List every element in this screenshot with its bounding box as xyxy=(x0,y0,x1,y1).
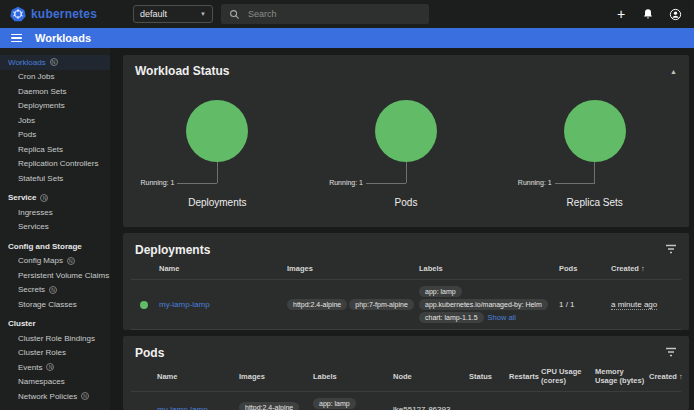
workload-status-card: Workload Status ▲ Running: 1DeploymentsR… xyxy=(123,55,689,227)
deployments-table: NameImagesLabelsPodsCreated↑ my-lamp-lam… xyxy=(123,261,689,330)
sidebar-item-pods[interactable]: Pods xyxy=(0,128,110,143)
column-header-restarts[interactable]: Restarts xyxy=(509,372,539,381)
page-title: Workloads xyxy=(35,32,91,44)
bell-icon xyxy=(642,8,654,20)
created-value: a minute ago xyxy=(611,300,657,310)
column-header-labels[interactable]: Labels xyxy=(419,264,557,273)
column-header-name[interactable]: Name xyxy=(157,372,237,381)
search-input[interactable] xyxy=(248,9,398,19)
callout-line xyxy=(217,162,218,183)
chart-name: Deployments xyxy=(123,197,312,208)
namespaced-indicator-icon: N xyxy=(46,363,54,371)
workload-status-charts: Running: 1DeploymentsRunning: 1PodsRunni… xyxy=(123,84,689,208)
pie-chart-pods xyxy=(375,100,437,162)
deployments-table-header: NameImagesLabelsPodsCreated↑ xyxy=(131,261,681,280)
sidebar-item-label: Pods xyxy=(18,130,36,139)
pods-table: NameImagesLabelsNodeStatusRestartsCPU Us… xyxy=(123,364,689,410)
pods-table-header: NameImagesLabelsNodeStatusRestartsCPU Us… xyxy=(131,364,681,392)
callout: Running: 1 xyxy=(312,183,501,184)
sidebar-item-cron-jobs[interactable]: Cron Jobs xyxy=(0,70,110,85)
column-header-created[interactable]: Created↑ xyxy=(649,372,683,381)
sidebar-item-label: Deployments xyxy=(18,101,65,110)
sidebar-item-label: Stateful Sets xyxy=(18,174,63,183)
user-account-button[interactable] xyxy=(666,5,684,23)
column-header-memory-usage-bytes[interactable]: Memory Usage (bytes) xyxy=(595,367,647,385)
main-content: Workload Status ▲ Running: 1DeploymentsR… xyxy=(110,48,694,410)
callout-line xyxy=(406,162,407,183)
sidebar-item-namespaces[interactable]: Namespaces xyxy=(0,375,110,390)
chart-name: Replica Sets xyxy=(500,197,689,208)
column-header-images[interactable]: Images xyxy=(239,372,311,381)
column-header-labels[interactable]: Labels xyxy=(313,372,391,381)
sidebar-item-label: Namespaces xyxy=(18,377,65,386)
column-header-images[interactable]: Images xyxy=(287,264,417,273)
sidebar-item-cluster-role-bindings[interactable]: Cluster Role Bindings xyxy=(0,331,110,346)
labels-chip: app: lamp xyxy=(419,286,462,297)
sort-up-icon: ↑ xyxy=(641,264,645,273)
create-resource-button[interactable]: + xyxy=(612,5,630,23)
pod-name-link[interactable]: my-lamp-lamp-5fd985cf68-jwvz4 xyxy=(157,405,237,410)
column-header-created[interactable]: Created↑ xyxy=(611,264,681,273)
namespace-selector[interactable]: default ▼ xyxy=(133,5,213,23)
sidebar-item-network-policies[interactable]: Network PoliciesN xyxy=(0,389,110,404)
sidebar-item-services[interactable]: Services xyxy=(0,220,110,235)
labels-chip: app: lamp xyxy=(313,398,356,409)
sidebar-item-replica-sets[interactable]: Replica Sets xyxy=(0,142,110,157)
sidebar-item-label: Cron Jobs xyxy=(18,72,54,81)
column-header-node[interactable]: Node xyxy=(393,372,467,381)
sidebar-item-events[interactable]: EventsN xyxy=(0,360,110,375)
namespaced-indicator-icon: N xyxy=(49,286,57,294)
top-bar: kubernetes default ▼ + xyxy=(0,0,694,28)
sidebar-item-persistent-volume-claims[interactable]: Persistent Volume ClaimsN xyxy=(0,268,110,283)
sidebar-item-stateful-sets[interactable]: Stateful Sets xyxy=(0,171,110,186)
sidebar-item-storage-classes[interactable]: Storage Classes xyxy=(0,297,110,312)
callout: Running: 1 xyxy=(123,183,312,184)
chevron-down-icon: ▼ xyxy=(200,11,206,17)
sidebar-item-label: Service xyxy=(8,193,36,202)
deployment-name-link[interactable]: my-lamp-lamp xyxy=(159,300,285,309)
column-header-cpu-usage-cores[interactable]: CPU Usage (cores) xyxy=(541,367,593,385)
column-header-pods[interactable]: Pods xyxy=(559,264,609,273)
user-account-icon xyxy=(669,8,682,21)
pie-slice-label: Running: 1 xyxy=(518,179,552,186)
filter-icon[interactable] xyxy=(665,345,677,360)
sidebar-item-ingresses[interactable]: Ingresses xyxy=(0,205,110,220)
search-icon xyxy=(229,9,240,20)
pie-chart-replica-sets xyxy=(564,100,626,162)
notifications-button[interactable] xyxy=(639,5,657,23)
sidebar-item-label: Cluster Role Bindings xyxy=(18,334,95,343)
images-chip: php:7-fpm-alpine xyxy=(349,299,414,310)
column-header-status[interactable]: Status xyxy=(469,372,507,381)
kubernetes-logo-home-link[interactable]: kubernetes xyxy=(10,6,97,22)
sidebar-item-daemon-sets[interactable]: Daemon Sets xyxy=(0,84,110,99)
sidebar-item-label: Events xyxy=(18,363,42,372)
sidebar-item-cluster-roles[interactable]: Cluster Roles xyxy=(0,346,110,361)
labels-chip: app.kubernetes.io/managed-by: Helm xyxy=(419,299,548,310)
node-name: lke55127-86393-622f8d09399a xyxy=(393,405,467,410)
images: httpd:2.4-alpinephp:7-fpm-alpine xyxy=(287,298,417,311)
callout-line xyxy=(555,183,595,184)
sidebar-item-jobs[interactable]: Jobs xyxy=(0,113,110,128)
column-header-name[interactable]: Name xyxy=(159,264,285,273)
sidebar-item-label: Storage Classes xyxy=(18,300,77,309)
sidebar-item-replication-controllers[interactable]: Replication Controllers xyxy=(0,157,110,172)
filter-icon[interactable] xyxy=(665,242,677,257)
sidebar-item-config-maps[interactable]: Config MapsN xyxy=(0,254,110,269)
deployments-table-body: my-lamp-lamphttpd:2.4-alpinephp:7-fpm-al… xyxy=(131,280,681,330)
callout: Running: 1 xyxy=(500,183,689,184)
sidebar-header-service: ServiceN xyxy=(0,191,110,206)
sidebar-item-secrets[interactable]: SecretsN xyxy=(0,283,110,298)
kubernetes-logo-icon xyxy=(10,6,26,22)
images-chip: httpd:2.4-alpine xyxy=(239,402,299,410)
menu-hamburger-icon[interactable] xyxy=(11,34,22,43)
topbar-actions: + xyxy=(612,5,684,23)
collapse-card-button[interactable]: ▲ xyxy=(670,68,677,75)
labels-chip: chart: lamp-1.1.5 xyxy=(419,312,484,323)
show-all-link[interactable]: Show all xyxy=(488,313,516,322)
sidebar-item-label: Workloads xyxy=(8,58,46,67)
sidebar-nav: WorkloadsNCron JobsDaemon SetsDeployment… xyxy=(0,48,110,410)
sidebar-item-workloads[interactable]: WorkloadsN xyxy=(0,55,110,70)
sidebar-item-deployments[interactable]: Deployments xyxy=(0,99,110,114)
sidebar-item-label: Jobs xyxy=(18,116,35,125)
workload-status-title: Workload Status xyxy=(135,64,229,78)
